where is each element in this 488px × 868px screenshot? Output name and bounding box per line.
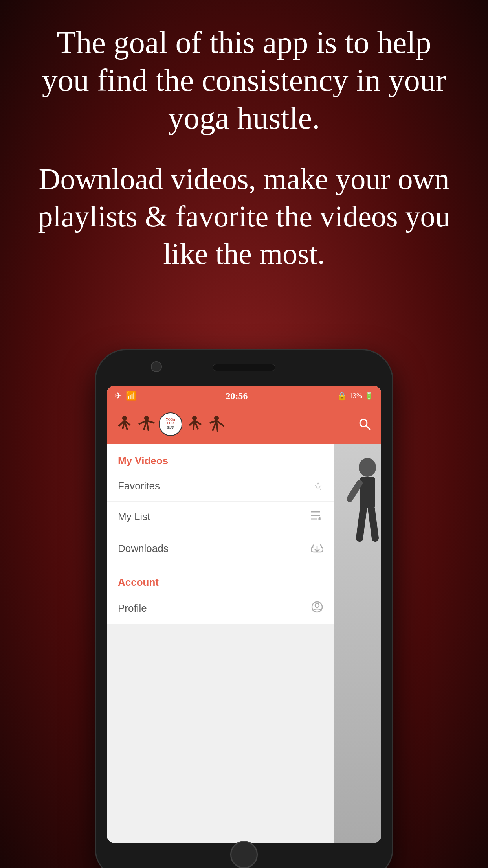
- headline-text-2: Download videos, make your own playlists…: [31, 160, 457, 272]
- phone-camera: [151, 361, 162, 372]
- battery-icon: 🔋: [365, 392, 373, 400]
- account-section-title: Account: [107, 565, 334, 592]
- wifi-icon: 📶: [126, 391, 136, 401]
- svg-line-32: [350, 483, 360, 499]
- download-icon: [311, 541, 323, 556]
- phone-mockup: ✈ 📶 20:56 🔒 13% 🔋: [95, 349, 393, 868]
- bjj-logo: YOGAFORBJJ: [159, 412, 182, 436]
- svg-line-33: [360, 508, 363, 538]
- headline-text-1: The goal of this app is to help you find…: [31, 24, 457, 137]
- hero-section: The goal of this app is to help you find…: [0, 0, 488, 288]
- svg-point-0: [122, 416, 127, 421]
- svg-point-30: [359, 458, 376, 477]
- screen-body: My Videos Favorites ☆ My List: [107, 444, 381, 843]
- svg-line-21: [366, 426, 370, 429]
- battery-text: 13%: [349, 392, 362, 400]
- search-button[interactable]: [356, 416, 373, 433]
- status-right: 🔒 13% 🔋: [337, 391, 373, 401]
- figure-2-icon: [137, 414, 156, 434]
- status-time: 20:56: [136, 391, 337, 401]
- svg-point-15: [214, 416, 219, 421]
- figure-4-icon: [207, 414, 226, 434]
- favorites-label: Favorites: [118, 480, 160, 492]
- airplane-icon: ✈: [115, 391, 122, 401]
- lock-icon: 🔒: [337, 391, 347, 401]
- list-add-icon: [311, 510, 323, 523]
- star-icon: ☆: [313, 480, 323, 493]
- logo-strip: YOGAFORBJJ: [115, 412, 226, 436]
- svg-line-9: [147, 421, 149, 431]
- profile-label: Profile: [118, 602, 147, 614]
- my-videos-section-title: My Videos: [107, 444, 334, 471]
- menu-content: My Videos Favorites ☆ My List: [107, 444, 334, 625]
- favorites-item[interactable]: Favorites ☆: [107, 471, 334, 502]
- figure-1-icon: [115, 414, 134, 434]
- downloads-item[interactable]: Downloads: [107, 532, 334, 565]
- downloads-label: Downloads: [118, 542, 169, 555]
- phone-body: ✈ 📶 20:56 🔒 13% 🔋: [95, 349, 393, 868]
- app-header: YOGAFORBJJ: [107, 406, 381, 444]
- menu-column: My Videos Favorites ☆ My List: [107, 444, 334, 843]
- profile-icon: [311, 601, 323, 616]
- phone-screen: ✈ 📶 20:56 🔒 13% 🔋: [107, 386, 381, 843]
- svg-point-10: [192, 416, 197, 421]
- home-button[interactable]: [230, 841, 258, 868]
- status-bar: ✈ 📶 20:56 🔒 13% 🔋: [107, 386, 381, 406]
- phone-speaker: [213, 364, 275, 371]
- svg-line-34: [371, 508, 375, 538]
- svg-point-29: [315, 603, 319, 607]
- my-list-label: My List: [118, 511, 150, 523]
- my-list-item[interactable]: My List: [107, 502, 334, 532]
- status-left: ✈ 📶: [115, 391, 136, 401]
- profile-item[interactable]: Profile: [107, 592, 334, 625]
- figure-3-icon: [185, 414, 204, 434]
- side-person-area: [334, 444, 381, 843]
- svg-point-5: [144, 416, 149, 421]
